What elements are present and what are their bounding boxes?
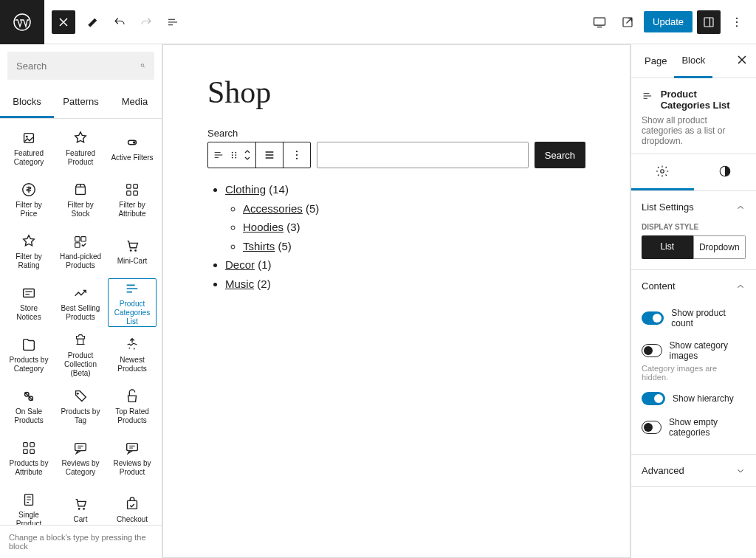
close-sidebar-icon[interactable] xyxy=(734,52,750,70)
svg-rect-28 xyxy=(30,442,35,447)
svg-point-5 xyxy=(736,21,738,22)
redo-icon[interactable] xyxy=(134,10,158,34)
category-item[interactable]: Music (2) xyxy=(225,275,585,294)
settings-panel-button[interactable] xyxy=(697,10,721,34)
block-item[interactable]: Mini-Cart xyxy=(108,227,157,275)
toggle-show-images[interactable] xyxy=(642,344,662,357)
toggle-show-empty[interactable] xyxy=(642,421,662,434)
svg-rect-27 xyxy=(24,442,28,447)
category-item[interactable]: Tshirts (5) xyxy=(243,237,585,256)
svg-point-47 xyxy=(661,170,664,173)
editor-topbar: Update xyxy=(0,0,756,44)
block-item[interactable]: Filter by Rating xyxy=(4,227,53,275)
document-overview-icon[interactable] xyxy=(161,10,185,34)
list-settings-panel-head[interactable]: List Settings xyxy=(631,191,756,223)
svg-point-22 xyxy=(134,249,137,252)
tab-blocks[interactable]: Blocks xyxy=(0,87,54,118)
page-title[interactable]: Shop xyxy=(207,75,585,110)
block-item[interactable]: Reviews by Product xyxy=(108,433,157,482)
toggle-show-count[interactable] xyxy=(642,311,664,325)
svg-point-6 xyxy=(736,25,738,27)
display-list-button[interactable]: List xyxy=(642,235,693,259)
block-item[interactable]: Cart xyxy=(56,485,105,525)
block-item[interactable]: On Sale Products xyxy=(4,382,53,430)
block-toolbar[interactable] xyxy=(207,142,311,168)
block-description: Show all product categories as a list or… xyxy=(642,115,746,146)
settings-tab[interactable] xyxy=(631,154,694,190)
block-item[interactable]: Best Selling Products xyxy=(56,278,105,327)
block-item[interactable]: Hand-picked Products xyxy=(56,227,105,275)
svg-point-4 xyxy=(736,17,738,18)
content-panel-head[interactable]: Content xyxy=(631,270,756,302)
svg-rect-15 xyxy=(134,184,138,188)
svg-point-40 xyxy=(232,154,233,156)
inserter-tip: Change a block's type by pressing the bl… xyxy=(0,525,162,558)
block-item[interactable]: Checkout xyxy=(108,485,157,525)
block-type-icon[interactable] xyxy=(213,149,224,161)
block-item[interactable]: Featured Product xyxy=(56,123,105,172)
block-item[interactable]: Products by Tag xyxy=(56,382,105,430)
tab-patterns[interactable]: Patterns xyxy=(54,87,108,118)
block-title: Product Categories List xyxy=(661,89,746,111)
category-item[interactable]: Hoodies (3) xyxy=(243,218,585,237)
svg-rect-36 xyxy=(128,500,137,509)
block-item[interactable]: Product Categories List xyxy=(108,278,157,327)
tab-media[interactable]: Media xyxy=(108,87,162,118)
display-dropdown-button[interactable]: Dropdown xyxy=(693,235,746,259)
block-item[interactable]: Product Collection (Beta) xyxy=(56,330,105,379)
block-item[interactable]: Newest Products xyxy=(108,330,157,379)
product-categories-list[interactable]: Clothing (14)Accessories (5)Hoodies (3)T… xyxy=(207,180,585,293)
wordpress-logo[interactable] xyxy=(0,0,44,44)
svg-point-24 xyxy=(128,347,130,348)
block-options-button[interactable] xyxy=(284,142,310,168)
block-item[interactable]: Products by Category xyxy=(4,330,53,379)
view-external-icon[interactable] xyxy=(616,10,639,34)
styles-tab[interactable] xyxy=(694,154,757,190)
display-style-label: DISPLAY STYLE xyxy=(642,223,746,231)
block-item[interactable]: Filter by Stock xyxy=(56,175,105,224)
search-block-label: Search xyxy=(207,128,585,139)
tab-block[interactable]: Block xyxy=(674,44,712,78)
search-block-input[interactable] xyxy=(317,142,529,168)
editor-canvas[interactable]: Shop Search Search Clothing (14)Accessor… xyxy=(162,44,630,558)
block-item[interactable]: Featured Category xyxy=(4,123,53,172)
svg-point-46 xyxy=(296,158,298,159)
block-item[interactable]: Filter by Attribute xyxy=(108,175,157,224)
block-item[interactable]: Products by Attribute xyxy=(4,433,53,482)
svg-rect-13 xyxy=(76,187,86,194)
block-search[interactable] xyxy=(7,52,154,80)
toggle-show-hierarchy[interactable] xyxy=(642,392,665,405)
block-item[interactable]: Store Notices xyxy=(4,278,53,327)
svg-rect-16 xyxy=(127,190,131,195)
settings-sidebar: Page Block Product Categories List Show … xyxy=(630,44,756,558)
block-item[interactable]: Reviews by Category xyxy=(56,433,105,482)
svg-rect-19 xyxy=(81,236,86,241)
chevron-up-icon xyxy=(735,281,746,292)
svg-rect-1 xyxy=(594,18,605,25)
drag-handle-icon[interactable] xyxy=(229,150,239,160)
view-desktop-icon[interactable] xyxy=(588,10,611,34)
tab-page[interactable]: Page xyxy=(637,44,674,78)
block-item[interactable]: Active Filters xyxy=(108,123,157,172)
category-item[interactable]: Clothing (14)Accessories (5)Hoodies (3)T… xyxy=(225,180,585,255)
update-button[interactable]: Update xyxy=(644,11,693,32)
undo-icon[interactable] xyxy=(108,10,131,34)
search-icon xyxy=(140,59,145,72)
block-search-input[interactable] xyxy=(16,61,140,72)
images-help-text: Category images are hidden. xyxy=(642,364,746,382)
edit-tool-icon[interactable] xyxy=(81,10,105,34)
svg-point-39 xyxy=(235,152,236,154)
more-options-icon[interactable] xyxy=(725,10,749,34)
category-item[interactable]: Accessories (5) xyxy=(243,199,585,218)
svg-rect-30 xyxy=(30,449,35,453)
align-button[interactable] xyxy=(256,142,283,168)
move-icon[interactable] xyxy=(244,149,251,161)
block-item[interactable]: Top Rated Products xyxy=(108,382,157,430)
search-block-submit[interactable]: Search xyxy=(535,142,585,168)
block-item[interactable]: Filter by Price xyxy=(4,175,53,224)
advanced-panel-head[interactable]: Advanced xyxy=(631,455,756,486)
close-inserter-button[interactable] xyxy=(52,10,75,34)
category-item[interactable]: Decor (1) xyxy=(225,255,585,275)
block-item[interactable]: Single Product xyxy=(4,485,53,525)
svg-point-43 xyxy=(235,157,236,159)
